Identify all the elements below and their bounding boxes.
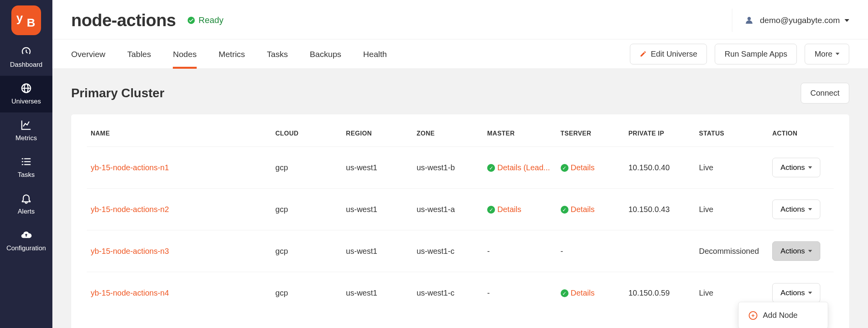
row-actions-button[interactable]: Actions xyxy=(772,200,820,219)
more-button[interactable]: More xyxy=(805,44,849,64)
col-region: REGION xyxy=(342,125,413,147)
tab-nodes[interactable]: Nodes xyxy=(173,39,197,68)
user-email: demo@yugabyte.com xyxy=(760,16,840,25)
sidebar-item-configuration[interactable]: Configuration xyxy=(0,223,52,259)
tserver-details-link[interactable]: Details xyxy=(571,289,595,297)
person-icon xyxy=(744,15,754,25)
col-name: NAME xyxy=(87,125,271,147)
svg-rect-0 xyxy=(22,158,23,159)
status-badge: Ready xyxy=(187,15,224,25)
sidebar-item-tasks[interactable]: Tasks xyxy=(0,149,52,186)
tab-health[interactable]: Health xyxy=(363,39,387,68)
check-circle-icon xyxy=(187,16,195,25)
check-circle-icon: ✓ xyxy=(487,206,495,214)
sidebar-item-label: Configuration xyxy=(6,244,46,252)
caret-down-icon xyxy=(808,250,812,252)
tserver-details-link[interactable]: Details xyxy=(571,163,595,172)
nodes-table: NAME CLOUD REGION ZONE MASTER TSERVER PR… xyxy=(87,125,834,314)
master-details-link[interactable]: Details xyxy=(497,205,521,214)
svg-point-7 xyxy=(748,17,751,20)
actions-dropdown: + Add Node xyxy=(738,302,828,328)
node-name-link[interactable]: yb-15-node-actions-n3 xyxy=(91,247,169,255)
svg-rect-2 xyxy=(22,161,23,162)
col-status: STATUS xyxy=(695,125,769,147)
node-name-link[interactable]: yb-15-node-actions-n4 xyxy=(91,289,169,297)
sidebar-item-alerts[interactable]: Alerts xyxy=(0,186,52,223)
caret-down-icon xyxy=(808,208,812,210)
col-zone: ZONE xyxy=(412,125,483,147)
connect-button[interactable]: Connect xyxy=(801,83,850,103)
sidebar-item-metrics[interactable]: Metrics xyxy=(0,112,52,149)
sidebar-item-label: Universes xyxy=(11,98,41,105)
check-circle-icon: ✓ xyxy=(561,289,569,297)
caret-down-icon xyxy=(808,166,812,169)
table-row: yb-15-node-actions-n1gcpus-west1us-west1… xyxy=(87,147,834,189)
chart-line-icon xyxy=(20,119,32,131)
svg-rect-3 xyxy=(24,161,30,162)
nodes-table-card: NAME CLOUD REGION ZONE MASTER TSERVER PR… xyxy=(71,114,849,328)
col-cloud: CLOUD xyxy=(271,125,342,147)
gauge-icon xyxy=(20,45,32,58)
table-row: yb-15-node-actions-n3gcpus-west1us-west1… xyxy=(87,230,834,272)
logo[interactable]: yB xyxy=(11,5,41,35)
tab-backups[interactable]: Backups xyxy=(310,39,341,68)
svg-rect-1 xyxy=(24,158,30,159)
table-row: yb-15-node-actions-n4gcpus-west1us-west1… xyxy=(87,272,834,314)
svg-point-6 xyxy=(188,17,195,24)
col-action: ACTION xyxy=(768,125,834,147)
row-actions-button[interactable]: Actions xyxy=(772,241,820,261)
tserver-details-link[interactable]: Details xyxy=(571,205,595,214)
table-row: yb-15-node-actions-n2gcpus-west1us-west1… xyxy=(87,189,834,230)
tab-metrics[interactable]: Metrics xyxy=(219,39,245,68)
user-menu[interactable]: demo@yugabyte.com xyxy=(732,9,849,32)
caret-down-icon xyxy=(845,19,849,22)
tab-tables[interactable]: Tables xyxy=(127,39,151,68)
svg-rect-5 xyxy=(24,164,30,165)
tab-overview[interactable]: Overview xyxy=(71,39,106,68)
sidebar-item-dashboard[interactable]: Dashboard xyxy=(0,39,52,76)
topbar: node-actions Ready demo@yugabyte.com xyxy=(52,0,868,39)
tab-tasks[interactable]: Tasks xyxy=(267,39,288,68)
caret-down-icon xyxy=(808,292,812,294)
check-circle-icon: ✓ xyxy=(487,164,495,172)
master-details-link[interactable]: Details (Lead... xyxy=(497,163,550,172)
node-name-link[interactable]: yb-15-node-actions-n2 xyxy=(91,205,169,214)
pencil-icon xyxy=(640,50,647,57)
tabbar: Overview Tables Nodes Metrics Tasks Back… xyxy=(52,39,868,69)
node-name-link[interactable]: yb-15-node-actions-n1 xyxy=(91,163,169,172)
svg-rect-4 xyxy=(22,164,23,165)
sidebar-item-label: Metrics xyxy=(16,134,37,142)
sidebar-item-universes[interactable]: Universes xyxy=(0,76,52,112)
col-master: MASTER xyxy=(483,125,557,147)
bell-icon xyxy=(20,192,32,205)
check-circle-icon: ✓ xyxy=(561,206,569,214)
caret-down-icon xyxy=(836,53,839,55)
plus-circle-icon: + xyxy=(749,311,757,320)
col-ip: PRIVATE IP xyxy=(624,125,695,147)
run-sample-apps-button[interactable]: Run Sample Apps xyxy=(715,44,797,64)
col-tserver: TSERVER xyxy=(557,125,625,147)
row-actions-button[interactable]: Actions xyxy=(772,283,820,303)
list-icon xyxy=(20,155,32,168)
cloud-upload-icon xyxy=(20,229,32,241)
sidebar-item-label: Alerts xyxy=(18,208,34,216)
cluster-title: Primary Cluster xyxy=(71,86,164,100)
sidebar: yB Dashboard Universes Metrics Tasks xyxy=(0,0,52,328)
check-circle-icon: ✓ xyxy=(561,164,569,172)
globe-icon xyxy=(20,82,32,94)
add-node-item[interactable]: + Add Node xyxy=(747,308,819,323)
sidebar-item-label: Tasks xyxy=(18,171,34,179)
row-actions-button[interactable]: Actions xyxy=(772,158,820,177)
sidebar-item-label: Dashboard xyxy=(10,61,42,69)
edit-universe-button[interactable]: Edit Universe xyxy=(630,44,707,64)
page-title: node-actions xyxy=(71,11,176,30)
